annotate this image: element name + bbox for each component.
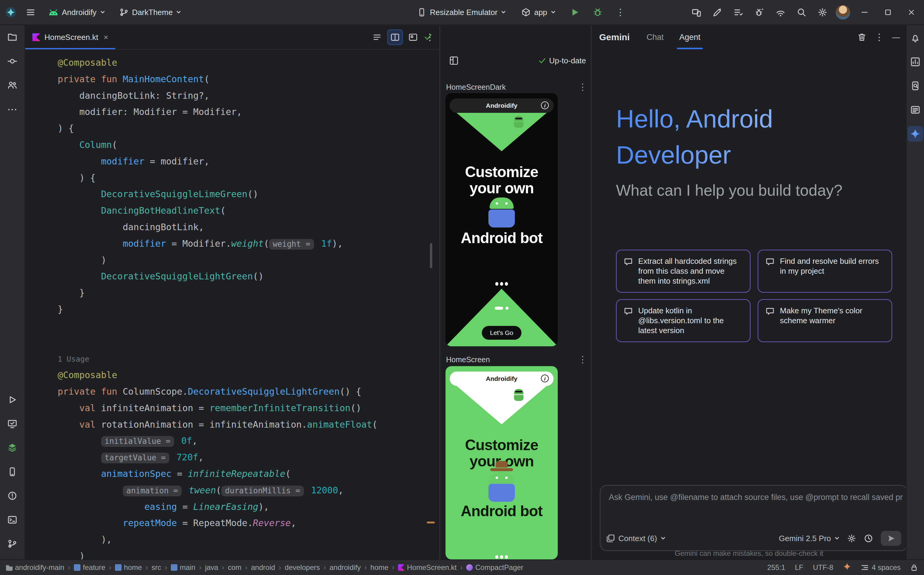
dancing-dots <box>445 555 558 559</box>
search-everywhere-button[interactable] <box>794 5 809 20</box>
device-manager-tool-button[interactable] <box>4 463 21 480</box>
problems-tool-button[interactable] <box>4 488 21 504</box>
gemini-tool-button[interactable] <box>908 126 923 141</box>
lock-button[interactable] <box>910 564 918 572</box>
run-tool-button[interactable] <box>4 391 21 408</box>
chevron-down-icon <box>501 10 506 15</box>
editor-scrollbar[interactable] <box>430 243 432 268</box>
suggestion-card[interactable]: Find and resolve build errors in my proj… <box>758 250 892 292</box>
suggestion-card[interactable]: Update kotlin in @libs.version.toml to t… <box>616 299 751 342</box>
tab-agent[interactable]: Agent <box>679 25 701 49</box>
breadcrumb-item[interactable]: HomeScreen.kt <box>398 563 456 572</box>
terminal-tool-button[interactable] <box>4 511 21 528</box>
breadcrumb-item[interactable]: androidify <box>329 563 361 572</box>
project-selector[interactable]: Androidify <box>45 5 109 19</box>
tab-homescreen-kt[interactable]: HomeScreen.kt × <box>25 25 115 49</box>
breadcrumb-item[interactable]: java <box>205 563 218 572</box>
more-run-actions-button[interactable]: ⋮ <box>613 5 628 20</box>
gemini-tabs: Chat Agent <box>647 25 701 49</box>
kebab-icon[interactable]: ⋮ <box>875 33 884 42</box>
kebab-icon[interactable]: ⋮ <box>578 355 587 364</box>
main-menu-button[interactable] <box>23 5 38 20</box>
decorative-triangle <box>456 113 547 151</box>
commit-tool-button[interactable] <box>4 53 21 70</box>
split-view-button[interactable] <box>388 30 402 44</box>
breadcrumb-item[interactable]: src <box>152 563 161 572</box>
gemini-prompt-input[interactable]: Ask Gemini, use @filename to attach sour… <box>600 485 908 551</box>
error-stripe-mark[interactable] <box>427 522 435 523</box>
code-view-button[interactable] <box>370 30 384 44</box>
device-selector[interactable]: Resizable Emulator <box>413 5 510 19</box>
context-button[interactable]: Context (6) <box>606 534 666 543</box>
caret-position[interactable]: 255:1 <box>767 563 785 572</box>
tab-close-icon[interactable]: × <box>103 33 108 42</box>
window-maximize-button[interactable] <box>879 0 897 25</box>
send-plane-icon <box>887 534 895 543</box>
breadcrumb-item[interactable]: home <box>371 563 388 572</box>
suggestion-card[interactable]: Make my Theme's color scheme warmer <box>758 299 892 342</box>
notifications-button[interactable] <box>908 30 923 46</box>
breadcrumb-item[interactable]: android <box>251 563 275 572</box>
window-close-button[interactable] <box>902 0 921 25</box>
breadcrumb-item[interactable]: CompactPager <box>466 563 523 572</box>
prompt-settings-button[interactable] <box>847 534 856 543</box>
tab-chat[interactable]: Chat <box>647 25 664 49</box>
settings-button[interactable] <box>815 5 830 20</box>
breadcrumbs: androidify-main›feature›home›src›main›ja… <box>6 563 523 572</box>
breadcrumb-separator: › <box>245 563 247 572</box>
module-selector[interactable]: app <box>517 5 560 19</box>
preview-homescreen[interactable]: Androidify i Customize your own Android … <box>445 366 558 559</box>
suggestion-card[interactable]: Extract all hardcoded strings from this … <box>616 250 751 292</box>
ai-spark-button[interactable] <box>843 562 851 573</box>
inspections-ok-icon[interactable] <box>424 32 432 43</box>
preview-homescreendark[interactable]: Androidify i Customize your own Android … <box>445 93 558 346</box>
debug-button[interactable] <box>590 5 606 20</box>
line-separator[interactable]: LF <box>795 563 803 572</box>
preview-app-bar: Androidify i <box>450 372 553 386</box>
code-area[interactable]: @Composableprivate fun MainHomeContent( … <box>25 50 439 559</box>
logcat-button[interactable] <box>908 102 923 118</box>
gemini-spark-icon <box>910 129 921 139</box>
breadcrumb-item[interactable]: feature <box>74 563 105 572</box>
ui-check-tool-button[interactable] <box>4 415 21 432</box>
kebab-icon[interactable]: ⋮ <box>578 83 587 92</box>
lets-go-button[interactable]: Let's Go <box>482 326 522 340</box>
breadcrumb-separator: › <box>392 563 394 572</box>
breadcrumb-item[interactable]: main <box>171 563 196 572</box>
breadcrumb-item[interactable]: developers <box>285 563 320 572</box>
breadcrumb-item[interactable]: com <box>228 563 241 572</box>
file-encoding[interactable]: UTF-8 <box>813 563 833 572</box>
user-avatar[interactable] <box>836 5 850 19</box>
edit-ai-button[interactable] <box>710 5 725 20</box>
more-tool-windows-button[interactable]: ⋯ <box>4 101 21 118</box>
breadcrumb-item[interactable]: androidify-main <box>6 563 64 572</box>
branch-selector[interactable]: DarkTheme <box>115 5 186 19</box>
preview-layout-button[interactable] <box>446 53 462 68</box>
prompt-placeholder: Ask Gemini, use @filename to attach sour… <box>600 486 907 509</box>
run-button[interactable] <box>567 5 583 20</box>
dancing-dots <box>445 282 558 286</box>
pencil-spark-icon <box>712 8 722 17</box>
model-selector[interactable]: Gemini 2.5 Pro <box>779 534 839 543</box>
window-minimize-button[interactable] <box>856 0 873 25</box>
send-button[interactable] <box>881 531 901 546</box>
device-mirroring-button[interactable] <box>689 5 704 20</box>
chat-bubble-icon <box>624 257 633 266</box>
ai-debug-button[interactable] <box>752 5 767 20</box>
breadcrumb-item[interactable]: home <box>115 563 142 572</box>
pull-requests-tool-button[interactable] <box>4 77 21 94</box>
device-streaming-button[interactable] <box>773 5 788 20</box>
build-variants-tool-button[interactable] <box>4 439 21 456</box>
commit-icon <box>8 56 17 66</box>
version-control-tool-button[interactable] <box>4 535 21 552</box>
task-list-button[interactable] <box>731 5 746 20</box>
project-tool-button[interactable] <box>4 29 21 46</box>
prompt-history-button[interactable] <box>864 534 873 543</box>
indent-setting[interactable]: 4 spaces <box>861 563 900 572</box>
design-view-button[interactable] <box>406 30 420 44</box>
app-inspection-button[interactable] <box>908 78 923 94</box>
hide-panel-button[interactable]: — <box>892 33 900 41</box>
lock-icon <box>910 564 918 572</box>
profiler-button[interactable] <box>908 54 923 70</box>
delete-conversation-button[interactable] <box>857 33 866 42</box>
